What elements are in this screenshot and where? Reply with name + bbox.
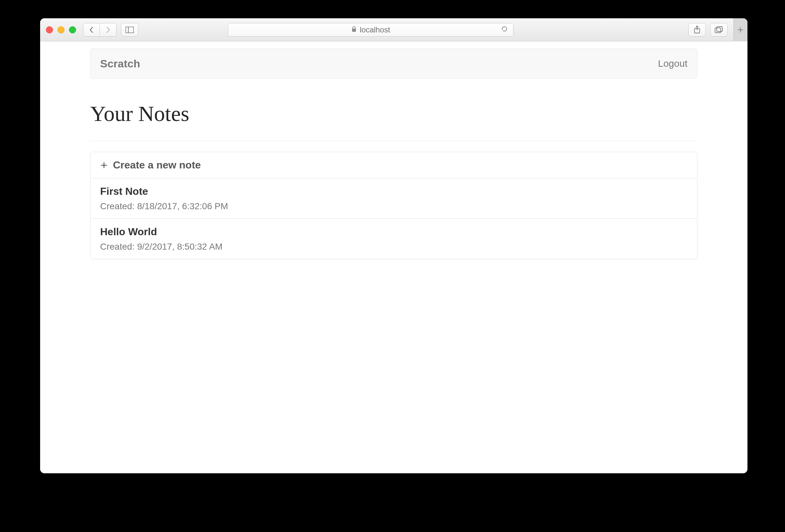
note-meta: Created: 8/18/2017, 6:32:06 PM [100,201,687,211]
create-note-label: Create a new note [113,159,201,171]
chevron-left-icon [89,26,94,33]
back-button[interactable] [83,23,100,36]
reload-button[interactable] [501,25,508,34]
lock-icon [351,25,357,34]
svg-rect-6 [717,27,723,31]
note-title: First Note [100,185,687,197]
page-title: Your Notes [90,101,698,126]
sidebar-icon [125,27,134,33]
note-item[interactable]: Hello World Created: 9/2/2017, 8:50:32 A… [91,219,697,259]
note-title: Hello World [100,226,687,238]
reload-icon [501,25,508,32]
notes-list: Create a new note First Note Created: 8/… [90,152,698,259]
browser-toolbar: localhost [40,18,748,42]
toggle-sidebar-button[interactable] [121,23,138,36]
create-note-button[interactable]: Create a new note [91,152,697,178]
app-brand[interactable]: Scratch [100,57,140,70]
chevron-right-icon [106,26,111,33]
tabs-icon [715,26,723,33]
nav-buttons [83,23,117,36]
show-tabs-button[interactable] [710,23,728,36]
traffic-lights [46,26,76,33]
browser-window: localhost Scratch Logout Your Notes [40,18,748,473]
svg-rect-0 [126,27,134,33]
page-body: Scratch Logout Your Notes Create a new n… [40,42,748,473]
note-meta: Created: 9/2/2017, 8:50:32 AM [100,242,687,252]
svg-rect-2 [352,29,356,32]
share-button[interactable] [688,23,706,36]
close-window-button[interactable] [46,26,53,33]
plus-icon [100,161,108,169]
app-navbar: Scratch Logout [90,48,698,79]
address-bar[interactable]: localhost [228,23,513,36]
url-host: localhost [360,25,390,34]
new-tab-button[interactable] [733,18,748,42]
zoom-window-button[interactable] [69,26,76,33]
minimize-window-button[interactable] [57,26,65,33]
svg-rect-5 [715,28,721,33]
note-item[interactable]: First Note Created: 8/18/2017, 6:32:06 P… [91,178,697,219]
share-icon [694,26,700,34]
plus-icon [737,27,743,33]
forward-button[interactable] [100,23,117,36]
logout-link[interactable]: Logout [658,58,687,69]
title-separator [90,141,698,141]
